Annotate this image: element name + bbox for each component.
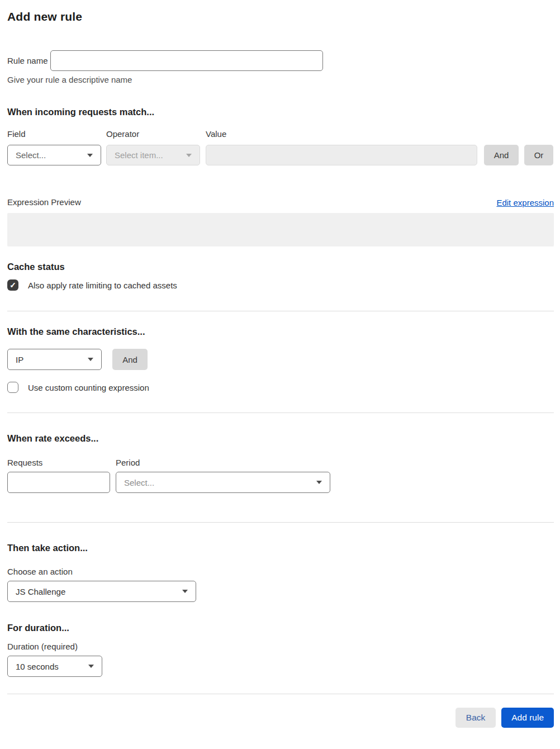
action-label: Choose an action: [7, 567, 554, 577]
expression-preview-box: [7, 213, 554, 246]
field-select-value: Select...: [16, 150, 46, 160]
cache-status-section: Cache status ✓ Also apply rate limiting …: [7, 262, 554, 291]
operator-label: Operator: [106, 129, 200, 139]
value-input[interactable]: [206, 145, 477, 165]
rate-section: When rate exceeds... Requests Period Sel…: [7, 433, 554, 493]
match-row: Field Select... Operator Select item... …: [7, 129, 554, 165]
period-select[interactable]: Select...: [116, 472, 330, 493]
counting-expression-checkbox-row: Use custom counting expression: [7, 382, 554, 393]
field-group: Field Select...: [7, 129, 101, 165]
edit-expression-link[interactable]: Edit expression: [496, 198, 554, 207]
page-title: Add new rule: [7, 10, 554, 23]
divider: [7, 694, 554, 694]
counting-expression-checkbox-label: Use custom counting expression: [28, 383, 149, 392]
duration-section: For duration... Duration (required) 10 s…: [7, 623, 554, 677]
value-label: Value: [206, 129, 477, 139]
period-select-value: Select...: [124, 478, 154, 487]
counting-expression-checkbox[interactable]: [7, 382, 18, 393]
back-button[interactable]: Back: [455, 708, 496, 728]
divider: [7, 522, 554, 523]
requests-group: Requests: [7, 458, 110, 493]
checkmark-icon: ✓: [10, 281, 16, 289]
characteristics-section: With the same characteristics... IP And …: [7, 326, 554, 393]
action-select[interactable]: JS Challenge: [7, 581, 196, 602]
expression-preview-label: Expression Preview: [7, 197, 81, 207]
chevron-down-icon: [88, 358, 93, 361]
add-rule-button[interactable]: Add rule: [501, 708, 554, 728]
duration-heading: For duration...: [7, 623, 554, 633]
cached-assets-checkbox-row: ✓ Also apply rate limiting to cached ass…: [7, 279, 554, 291]
characteristic-select-value: IP: [16, 355, 23, 364]
operator-group: Operator Select item...: [106, 129, 200, 165]
action-heading: Then take action...: [7, 543, 554, 553]
characteristic-select[interactable]: IP: [7, 349, 102, 370]
period-group: Period Select...: [116, 458, 330, 493]
rate-heading: When rate exceeds...: [7, 433, 554, 444]
field-select[interactable]: Select...: [7, 145, 101, 165]
cached-assets-checkbox[interactable]: ✓: [7, 279, 18, 291]
action-section: Then take action... Choose an action JS …: [7, 543, 554, 602]
cached-assets-checkbox-label: Also apply rate limiting to cached asset…: [28, 281, 177, 290]
match-section: When incoming requests match... Field Se…: [7, 107, 554, 246]
characteristics-and-button[interactable]: And: [112, 349, 148, 370]
requests-input[interactable]: [7, 472, 110, 493]
operator-select[interactable]: Select item...: [106, 145, 200, 165]
cache-status-heading: Cache status: [7, 262, 554, 272]
chevron-down-icon: [88, 665, 94, 668]
rule-name-label: Rule name: [7, 56, 48, 65]
footer-actions: Back Add rule: [7, 708, 554, 728]
requests-label: Requests: [7, 458, 110, 468]
divider: [7, 311, 554, 311]
characteristics-row: IP And: [7, 349, 554, 370]
rule-name-group: Rule name Give your rule a descriptive n…: [7, 46, 554, 84]
duration-select[interactable]: 10 seconds: [7, 656, 102, 677]
add-rule-form: Add new rule Rule name Give your rule a …: [0, 0, 560, 749]
duration-label: Duration (required): [7, 642, 554, 652]
rule-name-helper: Give your rule a descriptive name: [7, 75, 554, 84]
chevron-down-icon: [186, 154, 192, 157]
or-button[interactable]: Or: [524, 145, 553, 165]
expression-preview-row: Expression Preview Edit expression: [7, 197, 554, 207]
action-select-value: JS Challenge: [16, 587, 65, 596]
period-label: Period: [116, 458, 330, 468]
rate-row: Requests Period Select...: [7, 458, 554, 493]
chevron-down-icon: [182, 590, 188, 593]
chevron-down-icon: [87, 154, 93, 157]
operator-select-value: Select item...: [115, 150, 163, 160]
value-group: Value: [206, 129, 477, 165]
rule-name-input[interactable]: [50, 50, 323, 71]
match-section-heading: When incoming requests match...: [7, 107, 554, 117]
characteristics-heading: With the same characteristics...: [7, 326, 554, 337]
field-label: Field: [7, 129, 101, 139]
duration-select-value: 10 seconds: [16, 662, 59, 671]
chevron-down-icon: [316, 481, 322, 484]
divider: [7, 413, 554, 413]
and-button[interactable]: And: [484, 145, 519, 165]
